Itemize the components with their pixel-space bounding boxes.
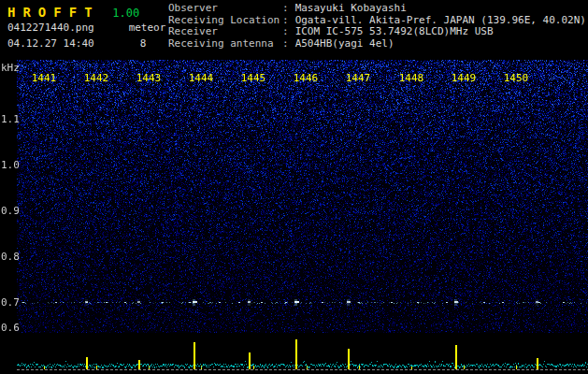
freq-label: 1.1: [1, 113, 20, 125]
info-value: A504HB(yagi 4el): [295, 38, 394, 50]
mode-label: meteor: [129, 22, 166, 34]
freq-label: 0.9: [1, 205, 20, 217]
header-info: Observer:Masayuki Kobayashi Receiving Lo…: [168, 3, 586, 50]
time-label: 1445: [241, 72, 266, 84]
freq-unit-label: kHz: [1, 62, 20, 74]
info-label: Receiving antenna: [168, 38, 282, 50]
info-row-observer: Observer:Masayuki Kobayashi: [168, 3, 586, 15]
output-filename: 0412271440.png: [7, 22, 122, 34]
spectrogram-canvas: [17, 60, 588, 333]
app-version: 1.00: [112, 7, 139, 20]
level-strip-canvas: [17, 335, 588, 372]
colon: :: [282, 38, 289, 50]
time-label: 1443: [136, 72, 162, 84]
meteor-count: 8: [140, 37, 147, 50]
colon: :: [282, 26, 289, 38]
info-value: Masayuki Kobayashi: [295, 3, 407, 15]
info-row-receiver: Receiver:ICOM IC-575 53.7492(8LCD)MHz US…: [168, 26, 586, 38]
hrofft-output: HROFFT 1.00 0412271440.png meteor 04.12.…: [0, 0, 588, 374]
info-row-antenna: Receiving antenna:A504HB(yagi 4el): [168, 38, 586, 50]
time-label: 1450: [504, 72, 529, 84]
app-logo: HROFFT: [7, 5, 100, 20]
freq-label: 0.7: [1, 296, 20, 309]
colon: :: [282, 3, 289, 15]
time-label: 1446: [294, 72, 319, 84]
info-label: Receiver: [168, 26, 282, 38]
time-label: 1449: [452, 72, 477, 84]
time-label: 1441: [32, 72, 57, 84]
time-label: 1444: [189, 72, 214, 84]
info-value: ICOM IC-575 53.7492(8LCD)MHz USB: [295, 26, 494, 38]
freq-label: 0.6: [1, 322, 20, 334]
time-label: 1447: [346, 72, 371, 84]
time-label: 1442: [84, 72, 109, 84]
info-label: Observer: [168, 3, 282, 15]
header-logo-row: HROFFT 1.00: [7, 3, 139, 21]
time-label: 1448: [399, 72, 424, 84]
header-file-row: 0412271440.png meteor: [7, 22, 165, 34]
freq-label: 1.0: [1, 159, 20, 171]
freq-label: 0.8: [1, 251, 20, 263]
timestamp: 04.12.27 14:40: [7, 37, 122, 50]
header-date-row: 04.12.27 14:40 8: [7, 37, 146, 50]
